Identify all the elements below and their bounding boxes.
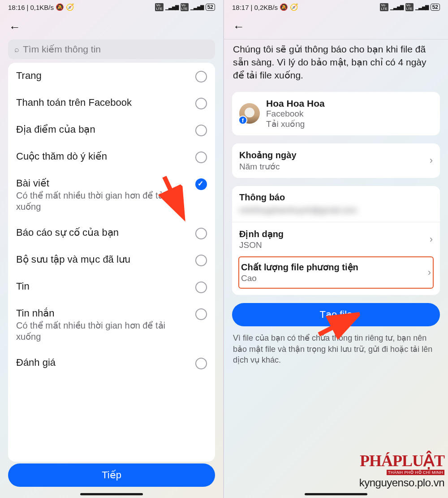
radio-checked-icon[interactable] [195, 178, 207, 190]
option-label: Tin [16, 281, 190, 292]
option-row[interactable]: Tin nhắnCó thể mất nhiều thời gian hơn đ… [8, 300, 215, 350]
status-bar: 18:17 | 0,2KB/s 🔕 🧭 VoLTE▁▃▅▇ VoLTE▁▃▅▇ … [224, 0, 448, 14]
option-sublabel: Có thể mất nhiều thời gian hơn để tải xu… [16, 320, 190, 342]
home-indicator[interactable] [80, 493, 143, 495]
status-speed: 0,1KB/s [30, 4, 54, 11]
intro-text: Chúng tôi sẽ gửi thông báo cho bạn khi f… [232, 39, 440, 92]
chevron-right-icon: › [428, 267, 431, 278]
search-icon: ⌕ [14, 45, 19, 54]
lte-icon: VoLTE [405, 3, 414, 11]
back-button[interactable]: ← [5, 17, 24, 38]
option-row[interactable]: Bài viếtCó thể mất nhiều thời gian hơn đ… [8, 170, 215, 220]
signal-icon: ▁▃▅▇ [415, 4, 429, 10]
watermark-brand: PHÁPLUẬT [359, 455, 444, 468]
search-input[interactable]: ⌕ Tìm kiếm thông tin [8, 39, 215, 59]
option-row[interactable]: Địa điểm của bạn [8, 117, 215, 143]
compass-icon: 🧭 [290, 3, 298, 11]
footnote-text: Vì file của bạn có thể chứa thông tin ri… [232, 333, 440, 365]
status-bar: 18:16 | 0,1KB/s 🔕 🧭 VoLTE▁▃▅▇ VoLTE▁▃▅▇ … [0, 0, 223, 14]
profile-source: Facebook [266, 109, 325, 119]
option-row[interactable]: Đánh giá [8, 350, 215, 377]
next-button[interactable]: Tiếp [8, 463, 215, 487]
option-row[interactable]: Bộ sưu tập và mục đã lưu [8, 247, 215, 273]
status-time: 18:17 [232, 4, 249, 11]
avatar [239, 103, 260, 124]
watermark: PHÁPLUẬT THÀNH PHỐ HỒ CHÍ MINH kynguyens… [359, 455, 444, 489]
mute-icon: 🔕 [56, 3, 64, 11]
mute-icon: 🔕 [280, 3, 288, 11]
status-time: 18:16 [8, 4, 25, 11]
radio-unchecked-icon[interactable] [195, 125, 207, 136]
format-label: Định dạng [239, 229, 284, 239]
media-quality-label: Chất lượng file phương tiện [241, 262, 358, 273]
option-row[interactable]: Trang [8, 63, 215, 90]
date-range-value: Năm trước [239, 161, 297, 172]
radio-unchecked-icon[interactable] [195, 281, 207, 293]
notification-label: Thông báo [239, 192, 433, 203]
options-list: TrangThanh toán trên FacebookĐịa điểm củ… [8, 63, 215, 462]
media-quality-row[interactable]: Chất lượng file phương tiện Cao › [239, 257, 433, 288]
option-label: Bộ sưu tập và mục đã lưu [16, 254, 190, 265]
chevron-right-icon: › [430, 155, 433, 166]
watermark-url: kynguyenso.plo.vn [359, 476, 444, 489]
format-row[interactable]: Định dạng JSON › [232, 222, 440, 256]
option-label: Thanh toán trên Facebook [16, 97, 190, 108]
home-indicator[interactable] [305, 493, 367, 495]
option-label: Địa điểm của bạn [16, 124, 190, 135]
signal-icon: ▁▃▅▇ [165, 4, 179, 10]
date-range-row[interactable]: Khoảng ngày Năm trước › [232, 143, 440, 178]
option-label: Cuộc thăm dò ý kiến [16, 151, 190, 162]
date-range-label: Khoảng ngày [239, 150, 297, 160]
option-sublabel: Có thể mất nhiều thời gian hơn để tải xu… [16, 190, 190, 212]
option-label: Đánh giá [16, 357, 190, 368]
radio-unchecked-icon[interactable] [195, 152, 207, 163]
watermark-sub: THÀNH PHỐ HỒ CHÍ MINH [387, 470, 444, 475]
profile-action: Tải xuống [266, 119, 325, 129]
facebook-badge-icon [238, 116, 247, 125]
notification-row[interactable]: Thông báo minhhuyphamhuynh@gmail.com [232, 186, 440, 222]
radio-unchecked-icon[interactable] [195, 308, 207, 320]
radio-unchecked-icon[interactable] [195, 358, 207, 369]
option-label: Báo cáo sự cố của bạn [16, 227, 190, 238]
right-screenshot: 18:17 | 0,2KB/s 🔕 🧭 VoLTE▁▃▅▇ VoLTE▁▃▅▇ … [224, 0, 448, 498]
option-label: Trang [16, 70, 190, 82]
lte-icon: VoLTE [155, 3, 163, 11]
option-row[interactable]: Tin [8, 273, 215, 300]
signal-icon: ▁▃▅▇ [390, 4, 404, 10]
navbar: ← [0, 14, 223, 39]
create-file-button[interactable]: Tạo file [232, 303, 440, 326]
search-placeholder: Tìm kiếm thông tin [23, 44, 101, 55]
navbar: ← [224, 14, 448, 39]
radio-unchecked-icon[interactable] [195, 71, 207, 82]
option-label: Bài viết [16, 178, 190, 189]
battery-icon: 52 [431, 4, 440, 11]
notification-value-blurred: minhhuyphamhuynh@gmail.com [239, 205, 433, 216]
chevron-right-icon: › [430, 234, 433, 245]
profile-card[interactable]: Hoa Hoa Hoa Facebook Tải xuống [232, 92, 440, 135]
radio-unchecked-icon[interactable] [195, 98, 207, 109]
status-speed: 0,2KB/s [254, 4, 278, 11]
format-value: JSON [239, 240, 284, 250]
profile-name: Hoa Hoa Hoa [266, 98, 325, 109]
battery-icon: 52 [206, 4, 215, 11]
lte-icon: VoLTE [380, 3, 388, 11]
option-label: Tin nhắn [16, 307, 190, 319]
compass-icon: 🧭 [66, 3, 74, 11]
settings-card: Thông báo minhhuyphamhuynh@gmail.com Địn… [232, 186, 440, 295]
signal-icon: ▁▃▅▇ [190, 4, 204, 10]
option-row[interactable]: Cuộc thăm dò ý kiến [8, 143, 215, 170]
option-row[interactable]: Báo cáo sự cố của bạn [8, 220, 215, 247]
lte-icon: VoLTE [181, 3, 189, 11]
option-row[interactable]: Thanh toán trên Facebook [8, 90, 215, 117]
left-screenshot: 18:16 | 0,1KB/s 🔕 🧭 VoLTE▁▃▅▇ VoLTE▁▃▅▇ … [0, 0, 224, 498]
back-button[interactable]: ← [229, 16, 248, 37]
radio-unchecked-icon[interactable] [195, 255, 207, 266]
radio-unchecked-icon[interactable] [195, 228, 207, 239]
media-quality-value: Cao [241, 273, 358, 283]
